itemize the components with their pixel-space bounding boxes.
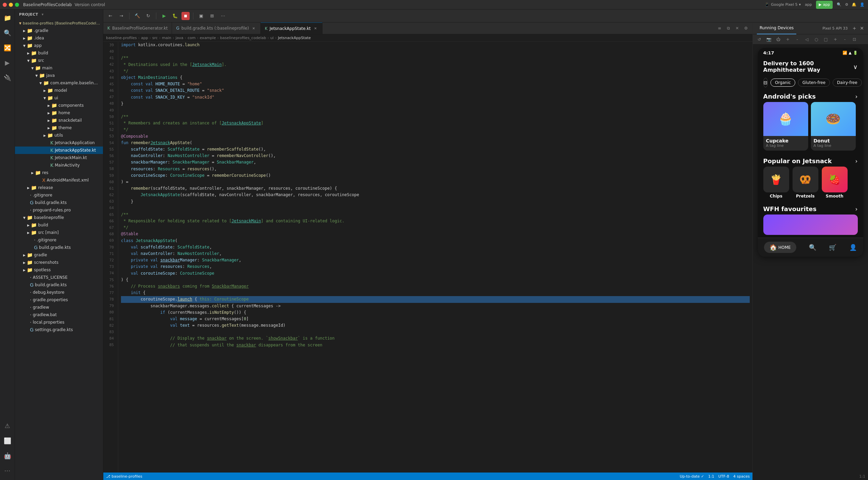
notifications-icon[interactable]: 🔔 bbox=[852, 2, 856, 7]
tree-item-gradle-hidden[interactable]: ▸ 📁 .gradle bbox=[15, 27, 103, 34]
vcs-label[interactable]: Version control bbox=[74, 2, 105, 7]
tab-list-button[interactable]: ≡ bbox=[716, 24, 723, 32]
sync-button[interactable]: ↻ bbox=[144, 12, 153, 20]
tree-item-gitignore[interactable]: · .gitignore bbox=[15, 191, 103, 199]
rd-screenshot-btn[interactable]: 📷 bbox=[765, 36, 772, 43]
window-controls[interactable] bbox=[3, 3, 19, 7]
vcs-icon[interactable]: 🔀 bbox=[1, 41, 14, 54]
filter-chip-dairyfree[interactable]: Dairy-free bbox=[833, 79, 862, 87]
tree-item-assets-license[interactable]: · ASSETS_LICENSE bbox=[15, 274, 103, 281]
tree-item-spotless[interactable]: ▸ 📁 spotless bbox=[15, 266, 103, 274]
tree-item-screenshots[interactable]: ▸ 📁 screenshots bbox=[15, 259, 103, 266]
run-button[interactable]: ▶ app bbox=[816, 1, 833, 9]
tree-item-res[interactable]: ▸ 📁 res bbox=[15, 169, 103, 176]
popular-item-smooth[interactable]: 🍓 Smooth bbox=[822, 167, 848, 199]
project-dropdown-icon[interactable]: ▾ bbox=[42, 12, 44, 17]
tab-close-appstate[interactable]: ✕ bbox=[313, 26, 318, 31]
tree-item-app[interactable]: ▾ 📁 app bbox=[15, 42, 103, 49]
android-icon[interactable]: 🤖 bbox=[1, 449, 14, 462]
tree-item-build[interactable]: ▸ 📁 build bbox=[15, 49, 103, 57]
tree-item-theme[interactable]: ▸ 📁 theme bbox=[15, 124, 103, 132]
nav-home[interactable]: 🏠 HOME bbox=[764, 242, 796, 253]
tree-item-release[interactable]: ▸ 📁 release bbox=[15, 184, 103, 191]
tab-close-gradle[interactable]: ✕ bbox=[251, 25, 256, 31]
tree-item-components[interactable]: ▸ 📁 components bbox=[15, 102, 103, 109]
tree-item-package[interactable]: ▾ 📁 com.example.baselineprofiles_codel bbox=[15, 79, 103, 87]
filter-chip-organic[interactable]: Organic bbox=[770, 79, 795, 87]
tree-item-gradlew-bat[interactable]: · gradlew.bat bbox=[15, 311, 103, 319]
debug-button[interactable]: 🐛 bbox=[171, 12, 179, 20]
tree-item-settings-gradle[interactable]: G settings.gradle.kts bbox=[15, 326, 103, 333]
nav-profile[interactable]: 👤 bbox=[849, 244, 857, 251]
plugins-icon[interactable]: 🔌 bbox=[1, 71, 14, 84]
tree-item-bp-gitignore[interactable]: · .gitignore bbox=[15, 236, 103, 244]
rd-power-btn[interactable]: ⏻ bbox=[775, 36, 782, 43]
forward-button[interactable]: → bbox=[117, 12, 126, 20]
close-tabs-button[interactable]: ✕ bbox=[733, 24, 741, 32]
featured-card-donut[interactable]: 🍩 Donut A tag line bbox=[811, 102, 856, 151]
close-rd-icon[interactable]: ✕ bbox=[860, 25, 864, 31]
rd-zoom-in-btn[interactable]: + bbox=[832, 36, 839, 43]
tree-item-src[interactable]: ▾ 📁 src bbox=[15, 57, 103, 64]
tree-item-buildgradle[interactable]: G build.gradle.kts bbox=[15, 199, 103, 206]
tree-item-jetsnackmain[interactable]: K JetsnackMain.kt bbox=[15, 154, 103, 161]
tree-item-snackdetail[interactable]: ▸ 📁 snackdetail bbox=[15, 117, 103, 124]
tree-item-androidmanifest[interactable]: X AndroidManifest.xml bbox=[15, 176, 103, 184]
rd-home-btn[interactable]: ○ bbox=[813, 36, 820, 43]
tree-item-main[interactable]: ▾ 📁 main bbox=[15, 64, 103, 72]
tab-buildgradle[interactable]: G build.gradle.kts (:baselineprofile) ✕ bbox=[172, 22, 261, 34]
tree-item-gradle[interactable]: ▸ 📁 gradle bbox=[15, 251, 103, 259]
minimize-button[interactable] bbox=[9, 3, 13, 7]
tree-item-model[interactable]: ▸ 📁 model bbox=[15, 87, 103, 94]
wfh-arrow-icon[interactable]: › bbox=[855, 205, 857, 212]
filter-icon[interactable]: ⊟ bbox=[763, 78, 768, 87]
tree-item-ui[interactable]: ▾ 📁 ui bbox=[15, 94, 103, 102]
code-editor[interactable]: 39 40 41 42 43 44 45 46 47 48 49 50 51 5… bbox=[103, 42, 752, 473]
rd-tab-running[interactable]: Running Devices bbox=[757, 22, 796, 34]
tab-jetsnackappstate[interactable]: K JetsnackAppState.kt ✕ bbox=[261, 22, 323, 34]
more-button[interactable]: ⋯ bbox=[219, 12, 227, 20]
tree-item-bp-src[interactable]: ▸ 📁 src [main] bbox=[15, 229, 103, 236]
layout-split2-icon[interactable]: ⊞ bbox=[208, 12, 216, 20]
tree-item-root[interactable]: ▾ baseline-profiles [BaselineProfilesCod… bbox=[15, 19, 103, 27]
tree-item-gradlew[interactable]: · gradlew bbox=[15, 304, 103, 311]
settings-icon[interactable]: ⚙ bbox=[845, 2, 848, 7]
run-debug-icon[interactable]: ▶ bbox=[1, 56, 14, 69]
tree-item-root-gradle[interactable]: G build.gradle.kts bbox=[15, 281, 103, 289]
rd-volume-down-btn[interactable]: - bbox=[794, 36, 801, 43]
rd-zoom-out-btn[interactable]: - bbox=[841, 36, 849, 43]
tree-item-bp-build[interactable]: ▸ 📁 build bbox=[15, 221, 103, 229]
rd-overview-btn[interactable]: □ bbox=[822, 36, 830, 43]
more-icon[interactable]: ⋯ bbox=[1, 464, 14, 477]
tree-item-jetsnackapplication[interactable]: K JetsnackApplication bbox=[15, 139, 103, 147]
problems-icon[interactable]: ⚠ bbox=[1, 419, 14, 432]
add-device-icon[interactable]: ＋ bbox=[852, 25, 857, 32]
tree-item-keystore[interactable]: · debug.keystore bbox=[15, 289, 103, 296]
back-button[interactable]: ← bbox=[106, 12, 115, 20]
avatar-icon[interactable]: 👤 bbox=[860, 2, 865, 7]
explorer-icon[interactable]: 📁 bbox=[1, 11, 14, 24]
tree-item-gradle-props[interactable]: · gradle.properties bbox=[15, 296, 103, 304]
maximize-button[interactable] bbox=[15, 3, 19, 7]
tree-item-home[interactable]: ▸ 📁 home bbox=[15, 109, 103, 117]
search-everywhere-icon[interactable]: 🔍 bbox=[837, 2, 841, 7]
rd-device-selector[interactable]: Pixel 5 API 33 ＋ ✕ bbox=[822, 25, 864, 32]
tree-item-jetsnackappstate[interactable]: K JetsnackAppState.kt bbox=[15, 147, 103, 154]
filter-chip-glutenfree[interactable]: Gluten-free bbox=[798, 79, 830, 87]
wfh-card[interactable] bbox=[763, 215, 858, 235]
close-button[interactable] bbox=[3, 3, 7, 7]
tree-item-java[interactable]: ▾ 📁 java bbox=[15, 72, 103, 79]
tab-baselineprofile[interactable]: K BaselineProfileGenerator.kt bbox=[103, 22, 172, 34]
tree-item-baselineprofile[interactable]: ▾ 📁 baselineprofile bbox=[15, 214, 103, 221]
tree-item-bp-gradle[interactable]: G build.gradle.kts bbox=[15, 244, 103, 251]
tree-item-utils[interactable]: ▸ 📁 utils bbox=[15, 132, 103, 139]
layout-split-icon[interactable]: ▣ bbox=[197, 12, 206, 20]
tree-item-local-props[interactable]: · local.properties bbox=[15, 319, 103, 326]
terminal-icon[interactable]: ⬜ bbox=[1, 434, 14, 447]
nav-search[interactable]: 🔍 bbox=[809, 244, 816, 251]
stop-button[interactable]: ■ bbox=[181, 12, 190, 20]
popular-item-chips[interactable]: 🍟 Chips bbox=[763, 167, 789, 199]
nav-cart[interactable]: 🛒 bbox=[829, 244, 836, 251]
rd-cast-btn[interactable]: ⊡ bbox=[851, 36, 858, 43]
featured-card-cupcake[interactable]: 🧁 Cupcake A tag line bbox=[763, 102, 808, 151]
